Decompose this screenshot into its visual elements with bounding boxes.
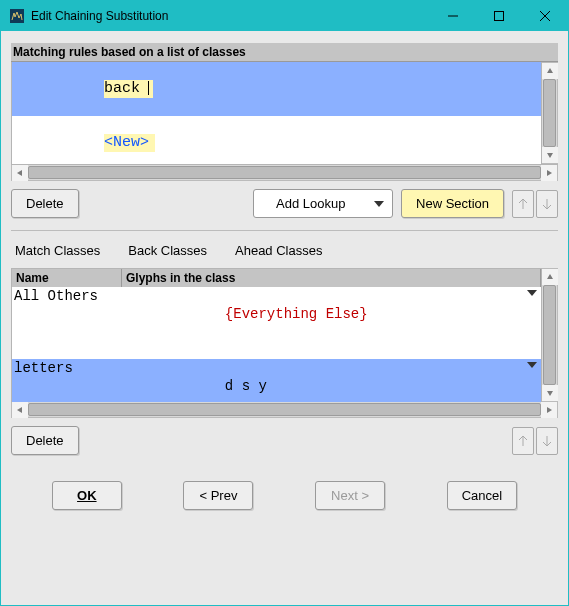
add-lookup-dropdown[interactable]: Add Lookup [253,189,393,218]
window: Edit Chaining Substitution Matching rule… [0,0,569,606]
svg-marker-8 [547,170,552,176]
class-name-cell[interactable]: All Others [12,287,122,359]
scroll-thumb[interactable] [543,285,556,385]
tab-match-classes[interactable]: Match Classes [15,243,100,258]
new-section-button[interactable]: New Section [401,189,504,218]
rules-row-text: back [104,80,140,97]
app-icon [9,8,25,24]
tab-ahead-classes[interactable]: Ahead Classes [235,243,322,258]
rules-list[interactable]: back <New> [11,62,542,164]
rules-row[interactable]: back [12,62,541,116]
col-name[interactable]: Name [12,269,122,287]
rules-vscroll[interactable] [542,62,558,164]
class-reorder [512,427,558,455]
scroll-thumb[interactable] [28,166,541,179]
prev-button[interactable]: < Prev [183,481,253,510]
svg-marker-12 [527,290,537,296]
class-table[interactable]: Name Glyphs in the class All Others {Eve… [11,268,542,402]
scroll-right-icon[interactable] [541,165,557,181]
scroll-track[interactable] [28,165,541,180]
window-title: Edit Chaining Substitution [31,9,430,23]
class-tabs: Match Classes Back Classes Ahead Classes [11,243,558,268]
scroll-left-icon[interactable] [12,165,28,181]
scroll-track[interactable] [542,79,557,147]
class-table-header: Name Glyphs in the class [12,269,541,287]
move-down-button[interactable] [536,190,558,218]
content: Matching rules based on a list of classe… [1,31,568,605]
chevron-down-icon[interactable] [527,290,537,296]
delete-class-button[interactable]: Delete [11,426,79,455]
svg-marker-6 [547,153,553,158]
scroll-down-icon[interactable] [542,385,558,401]
class-hscroll[interactable] [11,402,558,418]
dialog-footer: OK < Prev Next > Cancel [11,463,558,526]
svg-rect-2 [495,12,504,21]
move-down-button[interactable] [536,427,558,455]
rules-row-new[interactable]: <New> [12,116,541,164]
next-button[interactable]: Next > [315,481,385,510]
svg-marker-9 [374,201,384,207]
maximize-button[interactable] [476,1,522,31]
tab-back-classes[interactable]: Back Classes [128,243,207,258]
svg-marker-15 [547,391,553,396]
rules-heading: Matching rules based on a list of classe… [11,43,558,62]
svg-marker-14 [547,274,553,279]
scroll-thumb[interactable] [543,79,556,147]
chevron-down-icon [374,201,384,207]
scroll-right-icon[interactable] [541,402,557,418]
class-name-cell[interactable]: letters [12,359,122,402]
delete-rule-button[interactable]: Delete [11,189,79,218]
scroll-track[interactable] [542,285,557,385]
table-row[interactable]: All Others {Everything Else} [12,287,541,359]
class-table-wrap: Name Glyphs in the class All Others {Eve… [11,268,558,402]
svg-marker-17 [547,407,552,413]
rule-reorder [512,190,558,218]
add-lookup-label: Add Lookup [276,196,345,211]
scroll-left-icon[interactable] [12,402,28,418]
ok-button[interactable]: OK [52,481,122,510]
svg-marker-7 [17,170,22,176]
minimize-button[interactable] [430,1,476,31]
svg-marker-13 [527,362,537,368]
scroll-up-icon[interactable] [542,63,558,79]
class-glyphs-cell[interactable]: d s y [122,359,541,402]
text-cursor [148,81,149,95]
separator [11,230,558,231]
class-glyphs-cell[interactable]: {Everything Else} [122,287,541,359]
close-button[interactable] [522,1,568,31]
class-vscroll[interactable] [542,268,558,402]
svg-marker-5 [547,68,553,73]
svg-marker-16 [17,407,22,413]
scroll-down-icon[interactable] [542,147,558,163]
scroll-up-icon[interactable] [542,269,558,285]
scroll-track[interactable] [28,402,541,417]
titlebar: Edit Chaining Substitution [1,1,568,31]
cancel-button[interactable]: Cancel [447,481,517,510]
rules-list-wrap: back <New> [11,62,558,165]
move-up-button[interactable] [512,190,534,218]
col-glyphs[interactable]: Glyphs in the class [122,269,541,287]
rules-button-row: Delete Add Lookup New Section [11,181,558,226]
rules-hscroll[interactable] [11,165,558,181]
table-row[interactable]: letters d s y [12,359,541,402]
scroll-thumb[interactable] [28,403,541,416]
chevron-down-icon[interactable] [527,362,537,368]
move-up-button[interactable] [512,427,534,455]
class-button-row: Delete [11,418,558,463]
